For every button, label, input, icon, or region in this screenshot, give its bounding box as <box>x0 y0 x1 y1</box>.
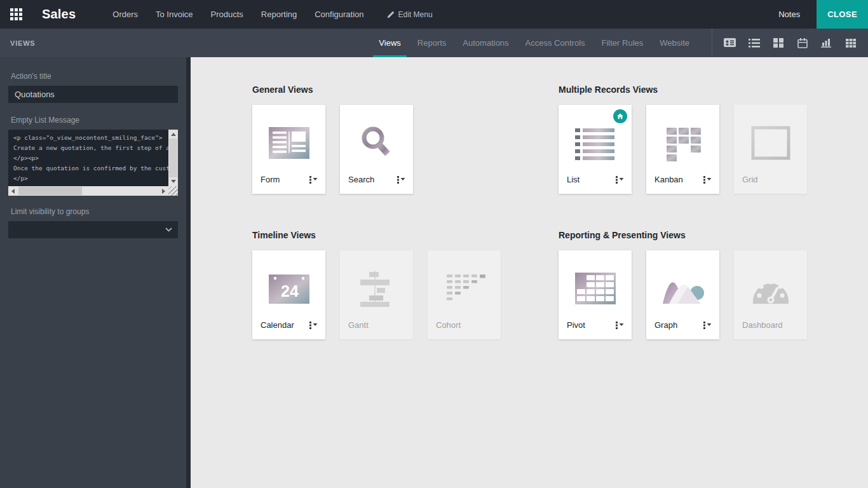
scroll-left-arrow[interactable] <box>11 189 15 194</box>
scroll-up-arrow[interactable] <box>171 133 176 136</box>
list-view-card[interactable]: List <box>559 105 632 194</box>
chevron-down-icon <box>165 227 172 232</box>
section-reporting-presenting-views: Reporting & Presenting ViewsPivotGraphDa… <box>559 230 807 339</box>
card-label: List <box>567 175 580 184</box>
limit-visibility-label: Limit visibility to groups <box>11 207 178 216</box>
form-view-card[interactable]: Form <box>252 105 325 194</box>
graph-view-card[interactable]: Graph <box>646 250 719 339</box>
edit-menu-label: Edit Menu <box>398 10 433 19</box>
card-options-dropdown-icon[interactable] <box>615 321 625 329</box>
section-multiple-records-views: Multiple Records ViewsListKanbanGrid <box>559 85 807 194</box>
tab-views[interactable]: Views <box>373 29 406 57</box>
card-options-dropdown-icon[interactable] <box>703 321 712 329</box>
card-options-dropdown-icon[interactable] <box>309 321 318 329</box>
top-menu-item-products[interactable]: Products <box>211 10 243 19</box>
top-menu-item-configuration[interactable]: Configuration <box>315 10 363 19</box>
view-editor-main: General ViewsFormSearchMultiple Records … <box>191 57 868 488</box>
top-menu-item-reporting[interactable]: Reporting <box>261 10 297 19</box>
top-menu-item-orders[interactable]: Orders <box>112 10 138 19</box>
kanban-view-icon[interactable] <box>770 34 787 51</box>
app-title: Sales <box>42 7 76 22</box>
kanban-view-card[interactable]: Kanban <box>646 105 719 194</box>
section-title: Reporting & Presenting Views <box>559 230 807 240</box>
scroll-right-arrow[interactable] <box>162 189 165 194</box>
action-title-input[interactable] <box>8 86 178 103</box>
card-label: Kanban <box>654 175 683 184</box>
card-label: Cohort <box>436 320 461 330</box>
calendar-view-icon: 24 <box>252 250 325 320</box>
view-type-icons <box>721 29 868 57</box>
topbar: Sales OrdersTo InvoiceProductsReportingC… <box>0 0 868 29</box>
calendar-view-card[interactable]: 24Calendar <box>252 250 325 339</box>
scroll-down-arrow[interactable] <box>171 180 176 183</box>
svg-text:24: 24 <box>281 282 299 300</box>
card-label: Form <box>261 175 280 184</box>
search-view-card[interactable]: Search <box>340 105 413 194</box>
studio-subheader: VIEWS ViewsReportsAutomationsAccess Cont… <box>0 29 868 57</box>
card-options-dropdown-icon[interactable] <box>703 175 712 184</box>
form-view-icon <box>252 105 325 175</box>
pivot-view-card[interactable]: Pivot <box>559 250 632 339</box>
section-general-views: General ViewsFormSearch <box>252 85 501 194</box>
section-title: General Views <box>252 85 501 95</box>
code-content[interactable]: <p class="o_view_nocontent_smiling_face"… <box>8 130 168 186</box>
horizontal-scrollbar[interactable] <box>8 186 168 196</box>
pencil-icon <box>387 11 395 18</box>
dashboard-view-card: Dashboard <box>734 250 807 339</box>
graph-view-icon <box>646 250 719 320</box>
search-view-icon <box>340 105 413 175</box>
card-label: Calendar <box>261 320 294 330</box>
divider <box>712 29 712 57</box>
close-button[interactable]: CLOSE <box>817 0 868 29</box>
tab-automations[interactable]: Automations <box>457 29 514 57</box>
calendar-view-icon[interactable] <box>794 34 811 51</box>
apps-grid-button[interactable] <box>0 0 33 29</box>
breadcrumb: VIEWS <box>0 29 35 57</box>
empty-list-message-label: Empty List Message <box>11 116 178 125</box>
form-view-icon[interactable] <box>721 34 738 51</box>
top-menu-item-to-invoice[interactable]: To Invoice <box>156 10 193 19</box>
cohort-view-icon <box>428 250 501 320</box>
studio-tabs: ViewsReportsAutomationsAccess ControlsFi… <box>370 29 698 57</box>
card-label: Pivot <box>567 320 585 330</box>
card-options-dropdown-icon[interactable] <box>309 175 318 184</box>
card-label: Dashboard <box>742 320 783 330</box>
default-view-home-badge <box>613 109 627 123</box>
section-title: Multiple Records Views <box>559 85 807 95</box>
notes-button[interactable]: Notes <box>778 10 800 19</box>
card-options-dropdown-icon[interactable] <box>615 175 625 184</box>
list-view-icon[interactable] <box>745 34 763 51</box>
grid-view-card: Grid <box>734 105 807 194</box>
section-timeline-views: Timeline Views24CalendarGanttCohort <box>252 230 501 339</box>
tab-website[interactable]: Website <box>654 29 695 57</box>
cohort-view-card: Cohort <box>428 250 501 339</box>
card-options-dropdown-icon[interactable] <box>397 175 406 184</box>
kanban-view-icon <box>646 105 719 175</box>
card-label: Search <box>348 175 374 184</box>
card-label: Gantt <box>348 320 369 330</box>
empty-list-message-editor[interactable]: <p class="o_view_nocontent_smiling_face"… <box>8 130 178 196</box>
grid-view-icon <box>734 105 807 175</box>
card-label: Grid <box>742 175 758 184</box>
gantt-view-icon <box>340 250 413 320</box>
groups-select[interactable] <box>8 221 178 238</box>
tab-reports[interactable]: Reports <box>412 29 452 57</box>
section-title: Timeline Views <box>252 230 501 240</box>
sidebar: Action's title Empty List Message <p cla… <box>0 57 191 488</box>
vertical-scrollbar[interactable] <box>168 130 178 186</box>
apps-grid-icon <box>10 8 23 21</box>
action-title-label: Action's title <box>11 72 178 81</box>
pivot-view-icon <box>559 250 632 320</box>
tab-access-controls[interactable]: Access Controls <box>520 29 591 57</box>
horizontal-scrollbar-thumb[interactable] <box>18 187 82 195</box>
resize-grip[interactable] <box>168 186 178 196</box>
top-menu: OrdersTo InvoiceProductsReportingConfigu… <box>112 10 363 19</box>
pivot-view-icon[interactable] <box>842 34 859 51</box>
edit-menu-button[interactable]: Edit Menu <box>387 10 433 19</box>
tab-filter-rules[interactable]: Filter Rules <box>596 29 649 57</box>
card-label: Graph <box>654 320 677 330</box>
dashboard-view-icon <box>734 250 807 320</box>
gantt-view-card: Gantt <box>340 250 413 339</box>
graph-view-icon[interactable] <box>818 34 835 51</box>
vertical-scrollbar-thumb[interactable] <box>169 139 177 177</box>
